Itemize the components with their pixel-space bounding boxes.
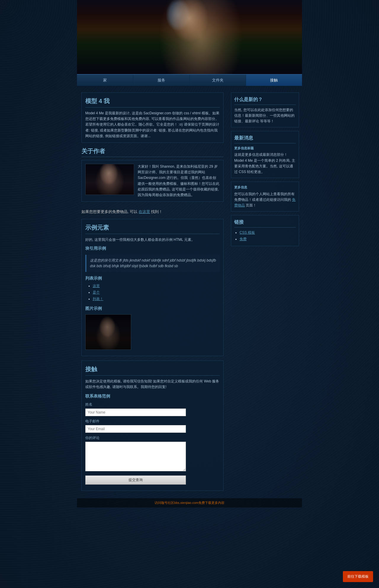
contact-box: 接触 如果您决定使用此模板, 请给我写信告知我! 如果您对自定义模板或我的任何 … — [81, 361, 224, 491]
blockquote-text: 这是您的块引用文本 jfds jkndskf ndskf sldnfjk sdn… — [90, 258, 216, 268]
nav-item-home[interactable]: 家 — [77, 75, 133, 86]
latest-news-sub: 更多信息标题 — [234, 146, 296, 151]
nav-item-folder[interactable]: 文件夹 — [190, 75, 246, 86]
main-content: 模型 4 我 Model 4 Me 是我最新的设计, 这是由 SacDesign… — [77, 89, 228, 498]
comment-textarea[interactable] — [85, 442, 186, 471]
link-item-2: 免费 — [240, 236, 296, 242]
email-field-group: 电子邮件 — [85, 419, 220, 433]
contact-form: 姓名 电子邮件 你的评论 提交查询 — [85, 402, 220, 485]
link-1[interactable]: CSS 模板 — [240, 230, 255, 235]
more-freebies-text: 如果您想要更多的免费物品, 可以 在这里 找到！ — [81, 209, 224, 214]
author-figure — [86, 164, 134, 195]
list-item: 列表！ — [93, 296, 220, 302]
name-field-group: 姓名 — [85, 402, 220, 416]
about-section: 关于作者 大家好！我叫 Shannon, 是来自加利福尼亚的 29 岁网页设计师… — [81, 147, 224, 214]
latest-news-box: 最新消息 更多信息标题 这就是更多信息或最新消息部分！Model 4 Me 是一… — [231, 131, 299, 178]
demo-image — [85, 314, 131, 350]
examples-title: 示例元素 — [85, 223, 220, 234]
link-item-1: CSS 模板 — [240, 230, 296, 235]
demo-image-content — [86, 315, 131, 350]
img-example-title: 图片示例 — [85, 305, 220, 312]
nav-item-contact[interactable]: 接触 — [246, 75, 302, 86]
watermark: 访问咖号社区bbs.xienjiao.com免费下载更多内容 — [77, 498, 302, 507]
submit-group: 提交查询 — [85, 475, 220, 485]
comment-field-group: 你的评论 — [85, 435, 220, 473]
list-item: 这里 — [93, 283, 220, 289]
demo-list: 这里 是个 列表！ — [93, 283, 220, 302]
intro-text: Model 4 Me 是我最新的设计, 这是由 SacDesigner.com … — [85, 110, 220, 139]
blockquote-box: 这是您的块引用文本 jfds jkndskf ndskf sldnfjk sdn… — [85, 255, 220, 272]
more-info-label: 更多信息 — [234, 185, 296, 190]
more-info-box: 更多信息 您可以在我的个人网站上查看我的所有免费物品！或者通过此链接访问我的 免… — [231, 182, 299, 212]
link-2[interactable]: 免费 — [240, 237, 247, 241]
list-link-1[interactable]: 这里 — [93, 284, 100, 288]
links-list: CSS 模板 免费 — [240, 230, 296, 242]
latest-news-body: 这就是更多信息或最新消息部分！Model 4 Me 是一个简单的 2 列布局, … — [234, 152, 296, 175]
latest-news-title: 最新消息 — [234, 134, 296, 143]
author-text: 大家好！我叫 Shannon, 是来自加利福尼亚的 29 岁网页设计师。我的主要… — [138, 164, 220, 198]
form-title: 联系表格范例 — [85, 393, 220, 399]
examples-box: 示例元素 好的, 这里我只会放一些我相信大多数人都会喜欢的示例 HTML 元素。… — [81, 219, 224, 356]
email-input[interactable] — [85, 425, 186, 433]
about-title: 关于作者 — [81, 147, 224, 157]
contact-title: 接触 — [85, 364, 220, 376]
name-input[interactable] — [85, 408, 186, 416]
links-title: 链接 — [234, 218, 296, 227]
contact-text: 如果您决定使用此模板, 请给我写信告知我! 如果您对自定义模板或我的任何 Web… — [85, 379, 220, 390]
email-label: 电子邮件 — [85, 419, 220, 424]
list-title: 列表示例 — [85, 275, 220, 281]
download-button[interactable]: 前往下载模板 — [343, 571, 373, 582]
sidebar: 什么是新的？ 当然, 您可以在此处添加任何您想要的信息！最新新闻部分、一些其他网… — [228, 89, 302, 498]
list-link-2[interactable]: 是个 — [93, 290, 100, 294]
blockquote-title: 块引用示例 — [85, 245, 220, 251]
banner-image — [77, 0, 302, 74]
page-title: 模型 4 我 — [85, 96, 220, 108]
submit-button[interactable]: 提交查询 — [85, 475, 186, 485]
name-label: 姓名 — [85, 402, 220, 407]
more-info-text: 您可以在我的个人网站上查看我的所有免费物品！或者通过此链接访问我的 免费物品 页… — [234, 191, 296, 209]
links-box: 链接 CSS 模板 免费 — [231, 215, 299, 246]
list-link-3[interactable]: 列表！ — [93, 297, 103, 301]
whats-new-box: 什么是新的？ 当然, 您可以在此处添加任何您想要的信息！最新新闻部分、一些其他网… — [231, 92, 299, 127]
comment-label: 你的评论 — [85, 435, 220, 441]
navigation: 家 服务 文件夹 接触 — [77, 74, 302, 86]
header-banner — [77, 0, 302, 74]
intro-box: 模型 4 我 Model 4 Me 是我最新的设计, 这是由 SacDesign… — [81, 92, 224, 143]
more-freebies-link[interactable]: 在这里 — [139, 209, 150, 214]
list-item: 是个 — [93, 289, 220, 296]
nav-item-services[interactable]: 服务 — [133, 75, 190, 86]
examples-intro: 好的, 这里我只会放一些我相信大多数人都会喜欢的示例 HTML 元素。 — [85, 237, 220, 243]
whats-new-text: 当然, 您可以在此处添加任何您想要的信息！最新新闻部分、一些其他网站的链接、最新… — [234, 107, 296, 124]
author-image — [85, 164, 134, 195]
whats-new-title: 什么是新的？ — [234, 96, 296, 105]
about-box: 大家好！我叫 Shannon, 是来自加利福尼亚的 29 岁网页设计师。我的主要… — [81, 160, 224, 202]
